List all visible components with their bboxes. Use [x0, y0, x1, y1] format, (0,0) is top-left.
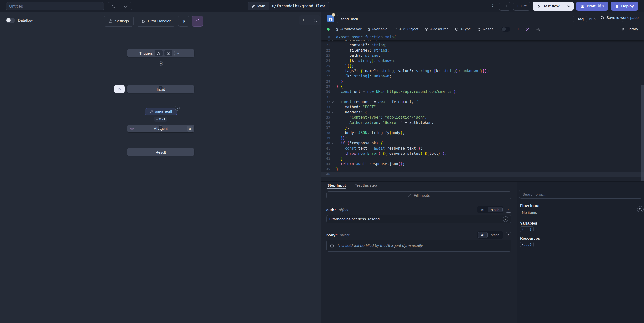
insert-step-button[interactable]: +: [158, 86, 163, 90]
resources-object-chip[interactable]: {...}: [520, 242, 534, 247]
code-line[interactable]: 25 }[];: [321, 63, 644, 69]
tab-test-this-step[interactable]: Test this step: [355, 182, 377, 189]
add-variable-button[interactable]: $ +Variable: [368, 27, 388, 32]
flow-name-input[interactable]: [6, 2, 104, 10]
code-line[interactable]: 30 const url = new URL(`https://api.rese…: [321, 89, 644, 94]
code-line[interactable]: 38 body: JSON.stringify(body),: [321, 130, 644, 136]
draft-button[interactable]: Draft ⌘S: [576, 2, 608, 11]
result-node[interactable]: Result: [127, 148, 194, 156]
undo-redo-group: [108, 2, 132, 10]
code-line[interactable]: 28 }: [321, 79, 644, 84]
test-flow-dropdown[interactable]: [564, 2, 574, 11]
code-line[interactable]: 46: [321, 172, 644, 177]
kebab-menu-icon[interactable]: ⋮: [489, 4, 496, 9]
top-bar: Path u/farhadglbs/grand_flow ⋮ ± Diff Te…: [0, 0, 644, 12]
editor-settings-button[interactable]: [536, 27, 540, 32]
magnifier-icon: [638, 208, 642, 211]
fold-chevron-icon[interactable]: [332, 101, 334, 103]
code-editor[interactable]: 20 attachments?: {21 content?: string;22…: [321, 34, 644, 181]
code-line[interactable]: 27 [k: string]: unknown;: [321, 74, 644, 79]
mail-icon: [167, 51, 170, 55]
clear-auth-button[interactable]: ×: [503, 216, 508, 222]
fit-view-button[interactable]: [314, 19, 318, 22]
add-context-var-button[interactable]: $ +Context var: [336, 27, 362, 32]
bun-runtime-icon: [332, 13, 336, 17]
code-line[interactable]: 32 const response = await fetch(url, {: [321, 100, 644, 105]
deploy-button[interactable]: Deploy: [611, 2, 638, 11]
webhook-trigger-button[interactable]: [155, 50, 162, 56]
ai-wand-button[interactable]: [526, 27, 530, 32]
search-prop-input[interactable]: [519, 190, 642, 199]
triggers-node[interactable]: Triggers +: [127, 49, 194, 57]
code-line[interactable]: 39 });: [321, 136, 644, 141]
code-line[interactable]: 29) {: [321, 84, 644, 89]
code-line[interactable]: 31: [321, 94, 644, 100]
docs-button[interactable]: [499, 2, 510, 11]
flow-path-chip[interactable]: Path u/farhadglbs/grand_flow: [248, 2, 329, 10]
undo-button[interactable]: [108, 3, 120, 10]
add-tool-button[interactable]: + Tool: [154, 117, 167, 122]
code-line[interactable]: 35 "Content-Type": "application/json",: [321, 115, 644, 120]
fold-chevron-icon[interactable]: [332, 85, 334, 87]
send-mail-node[interactable]: send_mail: [145, 108, 177, 115]
body-mode-switch: AI static: [477, 231, 503, 238]
save-to-workspace-button[interactable]: Save to workspace: [600, 16, 638, 20]
library-button[interactable]: Library: [620, 24, 638, 34]
reset-button[interactable]: Reset: [477, 27, 493, 32]
code-line[interactable]: 36 Authorization: "Bearer " + auth.token…: [321, 120, 644, 125]
diff-button[interactable]: ± Diff: [513, 2, 530, 11]
code-line[interactable]: 23 path?: string;: [321, 53, 644, 58]
tab-step-input[interactable]: Step Input: [327, 182, 346, 189]
file-icon: [394, 28, 398, 31]
code-line[interactable]: 45}: [321, 167, 644, 172]
cache-button[interactable]: $: [178, 16, 189, 27]
code-line[interactable]: 21 content?: string;: [321, 43, 644, 48]
code-line[interactable]: 44 return await response.json();: [321, 161, 644, 167]
expression-mode-icon[interactable]: ƒ: [506, 232, 512, 238]
redo-button[interactable]: [120, 3, 132, 10]
code-line[interactable]: 41 const text = await response.text();: [321, 146, 644, 151]
code-line[interactable]: 22 filename?: string;: [321, 48, 644, 53]
step-name-input[interactable]: [337, 15, 574, 23]
code-line[interactable]: 34 headers: {: [321, 110, 644, 115]
code-line[interactable]: 43 }: [321, 156, 644, 161]
add-trigger-button[interactable]: +: [174, 50, 182, 56]
auth-mode-ai[interactable]: AI: [478, 207, 488, 212]
zoom-out-button[interactable]: −: [308, 18, 311, 23]
body-mode-static[interactable]: static: [488, 232, 502, 238]
code-line[interactable]: 42 throw new Error(`${response.status} $…: [321, 151, 644, 156]
code-line[interactable]: 40 if (!response.ok) {: [321, 141, 644, 146]
fold-chevron-icon[interactable]: [332, 142, 334, 144]
insert-step-button[interactable]: +: [158, 125, 163, 129]
code-line[interactable]: 26 tags?: { name?: string; value?: strin…: [321, 69, 644, 74]
auth-value-input[interactable]: [326, 215, 512, 223]
diff-mode-toggle[interactable]: [501, 27, 510, 32]
error-handler-button[interactable]: Error Handler: [136, 16, 175, 27]
auth-mode-static[interactable]: static: [488, 207, 502, 212]
ai-assistant-button[interactable]: [192, 16, 203, 27]
editor-scrollbar[interactable]: [640, 85, 644, 181]
add-type-button[interactable]: +Type: [455, 27, 471, 32]
expression-mode-icon[interactable]: ƒ: [506, 207, 512, 213]
code-line[interactable]: 37 },: [321, 125, 644, 130]
code-line[interactable]: 33 method: "POST",: [321, 105, 644, 110]
wand-icon: [408, 194, 412, 197]
step-label: send_mail: [156, 110, 172, 114]
run-flow-button[interactable]: [114, 85, 125, 93]
dataflow-toggle[interactable]: Dataflow: [6, 18, 33, 23]
insert-step-button[interactable]: +: [158, 61, 163, 66]
plus-minus-icon[interactable]: ±: [517, 27, 519, 32]
settings-button[interactable]: Settings: [104, 16, 134, 27]
add-resource-button[interactable]: +Resource: [425, 27, 448, 32]
fold-chevron-icon[interactable]: [332, 111, 334, 113]
zoom-in-button[interactable]: +: [302, 18, 305, 23]
test-flow-button[interactable]: Test flow: [533, 2, 574, 11]
remove-step-button[interactable]: ×: [175, 106, 180, 111]
email-trigger-button[interactable]: [164, 50, 172, 56]
fill-inputs-button[interactable]: Fill inputs: [326, 191, 512, 199]
code-line[interactable]: 24 [k: string]: unknown;: [321, 58, 644, 63]
magnifier-button[interactable]: [637, 206, 644, 212]
body-mode-ai[interactable]: AI: [478, 232, 488, 238]
add-s3-object-button[interactable]: +S3 Object: [394, 27, 418, 32]
variables-object-chip[interactable]: {...}: [520, 226, 534, 232]
